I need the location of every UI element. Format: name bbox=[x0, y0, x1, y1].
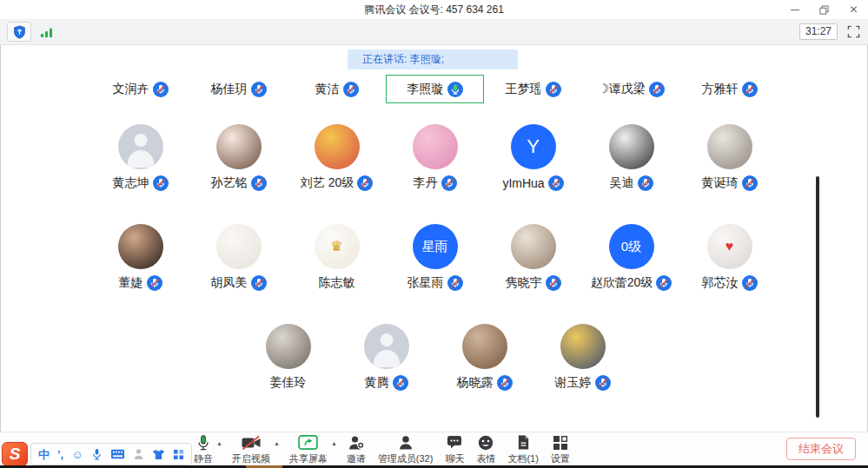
sogou-logo-icon[interactable]: S bbox=[2, 442, 28, 466]
participant-name: 董婕 bbox=[119, 275, 143, 291]
toolbar-chat-button[interactable]: 聊天 bbox=[442, 432, 467, 466]
participant-tile[interactable]: 文润卉 bbox=[91, 75, 189, 103]
participant-name: 孙艺铭 bbox=[211, 175, 248, 191]
participant-tile[interactable]: 刘艺 20级 bbox=[288, 124, 386, 192]
participant-name-line: ☽谭戊梁 bbox=[598, 81, 665, 98]
participant-tile[interactable]: 姜佳玲 bbox=[239, 324, 337, 392]
participant-name-line: 刘艺 20级 bbox=[301, 175, 373, 192]
toolbar-video-label: 开启视频 bbox=[232, 452, 270, 465]
participant-tile[interactable]: 0级赵欣蕾20级 bbox=[582, 224, 680, 292]
ime-language-mode-button[interactable]: 中 bbox=[38, 449, 50, 460]
participant-avatar bbox=[609, 124, 654, 169]
participant-tile[interactable]: 隽晓宇 bbox=[484, 224, 582, 292]
participant-name-line: 杨晓露 bbox=[457, 374, 513, 392]
participant-tile[interactable]: ☽谭戊梁 bbox=[582, 75, 680, 103]
ime-punctuation-button[interactable]: ’, bbox=[57, 449, 63, 460]
account-icon bbox=[133, 448, 144, 460]
participant-tile[interactable]: 吴迪 bbox=[582, 124, 680, 192]
participant-name-line: 文润卉 bbox=[113, 81, 169, 98]
mic-muted-icon bbox=[251, 275, 267, 291]
toolbar-mute-more-arrow[interactable]: ▲ bbox=[216, 440, 222, 446]
camera-off-icon bbox=[241, 434, 262, 452]
mic-muted-icon bbox=[393, 375, 408, 391]
ime-bar: S 中 ’, ☺ bbox=[2, 442, 192, 466]
participant-name-line: 陈志敏 bbox=[319, 274, 355, 292]
toolbar-members-button[interactable]: 管理成员(32) bbox=[375, 432, 436, 466]
mic-muted-icon bbox=[153, 82, 169, 97]
participant-tile[interactable]: 黄诞琦 bbox=[680, 124, 779, 192]
participant-tile[interactable]: YyImHua bbox=[484, 124, 582, 192]
mic-muted-icon bbox=[251, 82, 267, 97]
participant-avatar bbox=[216, 224, 262, 269]
toolbar-emoji-button[interactable]: 表情 bbox=[474, 432, 498, 466]
toolbar-mute-button[interactable]: 静音 bbox=[191, 432, 215, 466]
participant-tile[interactable]: ♛陈志敏 bbox=[288, 224, 386, 292]
toolbar-mute-label: 静音 bbox=[194, 452, 213, 465]
ime-keyboard-button[interactable] bbox=[110, 449, 125, 459]
ime-emoji-button[interactable]: ☺ bbox=[71, 449, 83, 460]
participant-tile[interactable]: 孙艺铭 bbox=[189, 124, 288, 192]
participant-tile[interactable]: ♥郭芯汝 bbox=[680, 224, 779, 292]
grid-scrollbar[interactable] bbox=[816, 176, 819, 418]
mic-muted-icon bbox=[357, 175, 373, 191]
mic-muted-icon bbox=[546, 82, 561, 97]
toolbar-settings-label: 设置 bbox=[551, 452, 570, 465]
avatar-glyph: ♥ bbox=[726, 240, 734, 254]
participant-tile[interactable]: 胡凤美 bbox=[189, 224, 288, 292]
members-icon bbox=[397, 434, 414, 452]
toolbar-invite-label: 邀请 bbox=[347, 452, 366, 465]
participant-name: 李丹 bbox=[414, 175, 438, 191]
participant-name-line: 郭芯汝 bbox=[702, 274, 758, 292]
participant-name: 刘艺 20级 bbox=[301, 175, 354, 191]
toolbar-docs-button[interactable]: 文档(1) bbox=[505, 432, 540, 466]
toolbar-share-more-arrow[interactable]: ▲ bbox=[331, 440, 337, 446]
toolbar-video-button[interactable]: 开启视频 bbox=[229, 432, 273, 466]
ime-skin-button[interactable] bbox=[152, 449, 165, 460]
ime-toolbox-button[interactable] bbox=[173, 449, 184, 460]
participant-name-line: 李照璇 bbox=[407, 81, 463, 98]
settings-icon bbox=[553, 434, 568, 452]
participant-grid: 文润卉杨佳玥黄洁李照璇王梦瑶☽谭戊梁方雅轩黄志坤孙艺铭刘艺 20级李丹YyImH… bbox=[0, 0, 868, 468]
participant-tile[interactable]: 杨晓露 bbox=[435, 324, 533, 392]
participant-name-line: 杨佳玥 bbox=[211, 81, 267, 98]
participant-name: 黄腾 bbox=[365, 375, 389, 391]
participant-row: 姜佳玲黄腾杨晓露谢玉婷 bbox=[91, 324, 779, 392]
toolbar-share-label: 共享屏幕 bbox=[289, 452, 328, 465]
participant-tile[interactable]: 黄志坤 bbox=[91, 124, 189, 192]
participant-tile[interactable]: 黄腾 bbox=[337, 324, 435, 392]
participant-avatar: 0级 bbox=[609, 224, 654, 269]
participant-name-line: 赵欣蕾20级 bbox=[591, 274, 673, 292]
participant-name-line: 黄洁 bbox=[315, 81, 359, 98]
mic-muted-icon bbox=[649, 82, 665, 97]
participant-tile[interactable]: 杨佳玥 bbox=[189, 75, 288, 103]
participant-name-line: 董婕 bbox=[119, 274, 162, 292]
participant-name: 黄诞琦 bbox=[702, 175, 739, 191]
participant-name: 姜佳玲 bbox=[270, 375, 307, 391]
toolbar-invite-button[interactable]: 邀请 bbox=[344, 432, 368, 466]
participant-tile[interactable]: 谢玉婷 bbox=[533, 324, 632, 392]
end-meeting-button[interactable]: 结束会议 bbox=[786, 438, 856, 460]
toolbox-icon bbox=[173, 449, 184, 460]
ime-account-button[interactable] bbox=[133, 448, 144, 460]
participant-name-line: 黄志坤 bbox=[113, 175, 169, 192]
toolbar-share-button[interactable]: 共享屏幕 bbox=[287, 432, 330, 466]
mic-muted-icon bbox=[441, 175, 457, 191]
participant-name-line: 隽晓宇 bbox=[506, 274, 561, 292]
ime-voice-input-button[interactable] bbox=[91, 448, 103, 461]
participant-tile[interactable]: 星雨张星雨 bbox=[386, 224, 484, 292]
participant-tile[interactable]: 方雅轩 bbox=[680, 75, 779, 103]
toolbar-video-more-arrow[interactable]: ▲ bbox=[274, 440, 280, 446]
participant-name: 谢玉婷 bbox=[555, 375, 592, 391]
participant-tile[interactable]: 黄洁 bbox=[288, 75, 386, 103]
participant-name: 隽晓宇 bbox=[506, 275, 542, 291]
participant-name-line: 孙艺铭 bbox=[211, 175, 267, 192]
toolbar-settings-button[interactable]: 设置 bbox=[548, 432, 573, 466]
toolbar-buttons: 静音▲开启视频▲共享屏幕▲邀请管理成员(32)聊天表情文档(1)设置 bbox=[191, 432, 573, 465]
participant-tile[interactable]: 王梦瑶 bbox=[484, 75, 582, 103]
participant-name: 杨晓露 bbox=[457, 375, 494, 391]
participant-tile[interactable]: 李照璇 bbox=[386, 75, 484, 103]
mic-muted-icon bbox=[548, 175, 564, 191]
participant-avatar bbox=[118, 224, 163, 269]
participant-tile[interactable]: 李丹 bbox=[386, 124, 484, 192]
participant-tile[interactable]: 董婕 bbox=[91, 224, 189, 292]
